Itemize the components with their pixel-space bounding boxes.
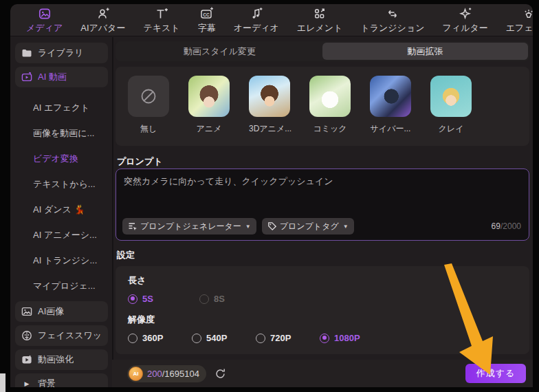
prompt-text[interactable]: 突然カメラに向かって走り、クイックプッシュイン xyxy=(124,175,521,188)
footer-bar: AI 200/1695104 作成する xyxy=(112,360,533,387)
chevron-down-icon: ▼ xyxy=(245,224,251,230)
radio-unselected-icon xyxy=(199,294,209,304)
style-selector: 無し アニメ 3Dアニメ... コミック サイバー... クレイ xyxy=(116,67,529,146)
ai-image-icon xyxy=(21,306,32,317)
tag-icon xyxy=(267,221,277,231)
sidebar-item-face-swap[interactable]: フェイススワップ xyxy=(15,325,108,346)
anime-thumbnail xyxy=(188,76,230,117)
folder-icon xyxy=(21,47,32,58)
video-enhance-icon xyxy=(21,354,32,365)
filters-icon xyxy=(459,7,472,21)
radio-selected-icon xyxy=(320,334,329,343)
tab-filters[interactable]: フィルター xyxy=(434,6,497,34)
duration-option-8s[interactable]: 8S xyxy=(199,294,225,304)
sidebar-item-label: 動画強化 xyxy=(38,353,74,366)
sidebar-item-ai-animation[interactable]: AI アニメーシ... xyxy=(15,225,108,246)
sidebar-item-video-convert[interactable]: ビデオ変換 xyxy=(15,149,108,169)
tab-text[interactable]: テキスト xyxy=(134,6,188,34)
settings-section-label: 設定 xyxy=(117,249,135,261)
main-panel: 動画スタイル変更 動画拡張 無し アニメ 3Dアニメ... コミック xyxy=(113,37,533,387)
style-option-comic[interactable]: コミック xyxy=(309,76,351,135)
tab-effects[interactable]: エフェクト xyxy=(497,6,533,34)
style-option-3d-anime[interactable]: 3Dアニメ... xyxy=(249,76,290,135)
tab-subtitles-label: 字幕 xyxy=(198,22,216,34)
prompt-tag-button[interactable]: プロンプトタグ ▼ xyxy=(262,218,354,235)
app-window: メディア AIアバター テキスト CC 字幕 オーディオ xyxy=(10,4,533,387)
style-option-anime[interactable]: アニメ xyxy=(188,76,230,135)
sidebar-item-my-projects[interactable]: マイプロジェ... xyxy=(15,276,108,296)
sidebar-item-ai-image[interactable]: AI画像 xyxy=(15,301,108,322)
none-thumbnail xyxy=(128,76,169,117)
avatar-plus-icon xyxy=(96,7,110,21)
prompt-generator-button[interactable]: プロンプトジェネレーター ▼ xyxy=(122,218,256,235)
face-swap-icon xyxy=(21,330,32,341)
sidebar-item-ai-effect[interactable]: AI エフェクト xyxy=(15,98,108,118)
radio-unselected-icon xyxy=(256,334,265,343)
tab-ai-avatar[interactable]: AIアバター xyxy=(72,6,134,34)
resolution-label: 解像度 xyxy=(128,314,517,326)
mode-tabs: 動画スタイル変更 動画拡張 xyxy=(116,41,529,61)
transitions-icon xyxy=(386,7,399,21)
style-option-clay[interactable]: クレイ xyxy=(430,76,472,135)
style-option-none[interactable]: 無し xyxy=(128,76,169,135)
tab-elements[interactable]: エレメント xyxy=(288,6,352,34)
prompt-controls: プロンプトジェネレーター ▼ プロンプトタグ ▼ 69/2000 xyxy=(122,218,521,235)
duration-options: 5S 8S xyxy=(128,294,517,304)
top-navigation: メディア AIアバター テキスト CC 字幕 オーディオ xyxy=(10,4,533,36)
credits-total: /1695104 xyxy=(162,369,199,379)
tab-transitions[interactable]: トランジション xyxy=(351,6,433,34)
tab-video-style-change[interactable]: 動画スタイル変更 xyxy=(117,43,322,60)
sidebar-item-ai-transition[interactable]: AI トランジシ... xyxy=(15,250,108,271)
sidebar-item-library[interactable]: ライブラリ xyxy=(15,43,108,63)
refresh-icon[interactable] xyxy=(214,368,226,380)
sidebar-item-label: ライブラリ xyxy=(38,47,84,59)
resolution-option-540p[interactable]: 540P xyxy=(192,333,256,343)
tab-ai-avatar-label: AIアバター xyxy=(80,22,125,34)
sidebar-item-image-to-video[interactable]: 画像を動画に... xyxy=(15,123,108,144)
prompt-input[interactable]: 突然カメラに向かって走り、クイックプッシュイン プロンプトジェネレーター ▼ プ… xyxy=(116,168,529,241)
resolution-option-1080p[interactable]: 1080P xyxy=(320,333,360,343)
sidebar-item-video-enhance[interactable]: 動画強化 xyxy=(15,349,108,370)
char-counter: 69/2000 xyxy=(492,221,521,231)
audio-note-icon xyxy=(250,7,263,21)
tab-transitions-label: トランジション xyxy=(360,22,424,34)
subtitles-icon: CC xyxy=(200,7,214,21)
effects-icon xyxy=(522,7,533,21)
tab-audio-label: オーディオ xyxy=(234,22,279,34)
sidebar-item-ai-video[interactable]: AI 動画 xyxy=(15,67,108,87)
tab-media[interactable]: メディア xyxy=(17,6,72,34)
text-plus-icon xyxy=(155,7,168,21)
3d-anime-thumbnail xyxy=(249,76,290,117)
sidebar-item-background[interactable]: ▶ 背景 xyxy=(15,373,108,387)
resolution-option-720p[interactable]: 720P xyxy=(256,333,320,343)
svg-text:CC: CC xyxy=(203,12,210,17)
ai-coin-icon: AI xyxy=(129,367,143,381)
resolution-options: 360P 540P 720P 1080P xyxy=(128,333,517,343)
background-window-sliver xyxy=(0,373,6,392)
tab-elements-label: エレメント xyxy=(297,22,343,34)
expand-caret-icon: ▶ xyxy=(21,378,32,387)
sidebar-item-ai-dance[interactable]: AI ダンス 💃 xyxy=(15,199,108,220)
tab-media-label: メディア xyxy=(26,22,63,34)
duration-label: 長さ xyxy=(128,274,517,287)
duration-option-5s[interactable]: 5S xyxy=(128,294,153,304)
sidebar-item-label: フェイススワップ xyxy=(38,329,102,342)
settings-card: 長さ 5S 8S 解像度 360P 540P xyxy=(116,266,529,354)
radio-unselected-icon xyxy=(192,334,201,343)
sidebar-item-label: AI画像 xyxy=(38,305,64,318)
tab-filters-label: フィルター xyxy=(443,22,488,34)
sidebar-item-label: 背景 xyxy=(38,378,56,387)
tab-video-expand[interactable]: 動画拡張 xyxy=(322,43,528,60)
create-button[interactable]: 作成する xyxy=(465,364,526,383)
resolution-option-360p[interactable]: 360P xyxy=(128,333,192,343)
media-icon xyxy=(38,7,52,21)
credits-badge[interactable]: AI 200/1695104 xyxy=(127,365,206,382)
tab-subtitles[interactable]: CC 字幕 xyxy=(189,6,225,34)
tab-audio[interactable]: オーディオ xyxy=(225,6,288,34)
no-style-icon xyxy=(140,87,157,105)
style-option-cyber[interactable]: サイバー... xyxy=(370,76,411,135)
sidebar-item-text-to-video[interactable]: テキストから... xyxy=(15,174,108,195)
clay-thumbnail xyxy=(430,76,472,117)
cyberpunk-thumbnail xyxy=(370,76,411,117)
tab-effects-label: エフェクト xyxy=(506,22,533,34)
